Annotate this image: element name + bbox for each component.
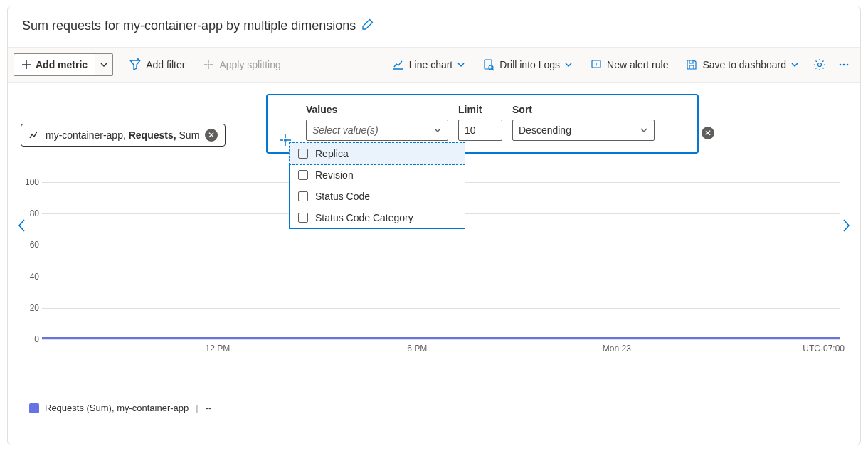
svg-point-6 [843, 64, 845, 66]
chevron-down-icon [433, 126, 442, 134]
svg-point-4 [818, 63, 822, 67]
y-tick: 40 [21, 272, 39, 282]
values-option[interactable]: Status Code [290, 186, 465, 207]
x-tick: Mon 23 [603, 344, 631, 354]
line-chart-button[interactable]: Line chart [385, 53, 472, 76]
metric-icon [28, 129, 40, 141]
legend-value: -- [206, 403, 212, 413]
chevron-down-icon [790, 60, 799, 69]
sort-label: Sort [512, 104, 655, 115]
checkbox-icon [298, 191, 308, 201]
title-row: Sum requests for my-container-app by mul… [8, 6, 860, 47]
svg-point-7 [847, 64, 849, 66]
plus-icon [21, 60, 31, 70]
values-option[interactable]: Replica [289, 142, 465, 165]
next-arrow[interactable] [839, 214, 853, 237]
chevron-left-icon [17, 218, 27, 233]
alert-icon [590, 58, 603, 71]
apply-splitting-button: Apply splitting [195, 53, 287, 76]
limit-input[interactable] [458, 120, 502, 141]
metric-pill[interactable]: my-container-app, Requests, Sum ✕ [21, 124, 226, 147]
chevron-down-icon [564, 60, 573, 69]
metric-scope: my-container-app, [46, 129, 126, 141]
chart-area: my-container-app, Requests, Sum ✕ Values… [8, 83, 860, 445]
svg-point-0 [208, 64, 210, 66]
values-dropdown: Replica Revision Status Code Status Code… [289, 142, 465, 229]
checkbox-icon [298, 149, 308, 159]
chevron-down-icon [640, 126, 648, 134]
values-option[interactable]: Revision [290, 164, 465, 186]
series-line [42, 337, 840, 339]
metrics-card: Sum requests for my-container-app by mul… [7, 6, 861, 445]
chevron-right-icon [841, 218, 851, 233]
x-tick: 12 PM [205, 344, 230, 354]
timezone-label: UTC-07:00 [803, 344, 845, 354]
line-chart-icon [392, 58, 405, 71]
logs-icon [482, 58, 495, 71]
remove-metric-icon[interactable]: ✕ [205, 129, 218, 142]
save-dashboard-button[interactable]: Save to dashboard [678, 53, 806, 76]
y-tick: 20 [21, 303, 39, 313]
x-tick: 6 PM [407, 344, 427, 354]
more-button[interactable] [833, 53, 854, 76]
settings-button[interactable] [809, 53, 830, 76]
add-metric-caret[interactable] [95, 53, 113, 76]
chevron-down-icon [457, 60, 465, 69]
values-option[interactable]: Status Code Category [290, 207, 465, 228]
drill-logs-button[interactable]: Drill into Logs [475, 53, 580, 76]
metric-agg: Sum [179, 129, 200, 141]
sort-select[interactable]: Descending [512, 120, 655, 141]
chart-title: Sum requests for my-container-app by mul… [22, 18, 356, 33]
y-tick: 60 [21, 240, 39, 250]
legend-swatch [29, 403, 39, 413]
y-tick: 0 [21, 334, 39, 344]
add-filter-button[interactable]: Add filter [122, 53, 192, 76]
values-label: Values [306, 104, 448, 115]
checkbox-icon [298, 170, 308, 180]
save-icon [685, 58, 698, 71]
split-icon [202, 58, 215, 71]
remove-split-icon[interactable]: ✕ [702, 127, 714, 139]
y-tick: 100 [21, 177, 39, 187]
prev-arrow[interactable] [15, 214, 29, 237]
metric-name: Requests, [129, 129, 176, 141]
svg-rect-1 [485, 60, 492, 69]
legend: Requests (Sum), my-container-app | -- [29, 403, 211, 413]
gear-icon [813, 58, 826, 71]
toolbar: Add metric Add filter Apply splitting Li… [8, 47, 860, 83]
checkbox-icon [298, 213, 308, 223]
values-select[interactable]: Select value(s) [306, 120, 448, 141]
svg-point-8 [284, 139, 287, 142]
svg-point-5 [840, 64, 842, 66]
more-icon [837, 58, 850, 71]
filter-icon [129, 58, 142, 71]
limit-label: Limit [458, 104, 502, 115]
edit-title-icon[interactable] [361, 18, 374, 34]
add-metric-button[interactable]: Add metric [14, 53, 95, 76]
legend-series: Requests (Sum), my-container-app [45, 403, 189, 413]
chevron-down-icon [100, 60, 108, 69]
new-alert-button[interactable]: New alert rule [583, 53, 675, 76]
